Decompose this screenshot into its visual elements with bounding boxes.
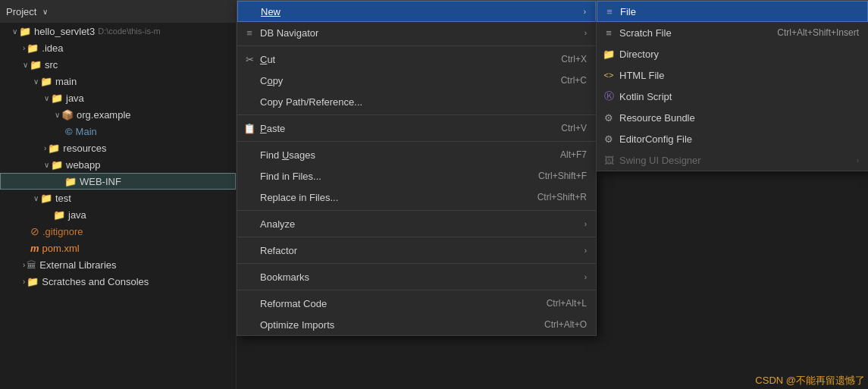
db-navigator-label: ≡ DB Navigator	[243, 27, 318, 39]
menu-item-replace-in-files[interactable]: Replace in Files... Ctrl+Shift+R	[237, 187, 596, 208]
db-arrow-icon: ›	[584, 29, 587, 37]
analyze-label-text: Analyze	[260, 218, 295, 230]
menu-item-analyze[interactable]: Analyze ›	[237, 213, 596, 234]
tree-item-external-libraries[interactable]: › 🏛 External Libraries	[0, 256, 236, 273]
db-label-text: DB Navigator	[260, 27, 318, 39]
menu-item-reformat-code[interactable]: Reformat Code Ctrl+Alt+L	[237, 293, 596, 314]
tree-item-webapp[interactable]: ∨ 📁 webapp	[0, 156, 236, 173]
folder-icon: 📁	[19, 26, 31, 37]
watermark: CSDN @不能再留遗憾了	[755, 374, 865, 387]
tree-label: Main	[76, 126, 97, 137]
editorconfig-label: ⚙ EditorConfig File	[603, 133, 692, 145]
xml-icon: m	[30, 243, 39, 254]
kotlin-icon: Ⓚ	[603, 89, 615, 103]
secondary-context-menu: ≡ File ≡ Scratch File Ctrl+Alt+Shift+Ins…	[596, 0, 868, 171]
tree-item-pomxml[interactable]: m pom.xml	[0, 240, 236, 256]
editorconfig-icon: ⚙	[603, 133, 615, 145]
menu-item-copy-path[interactable]: Copy Path/Reference...	[237, 91, 596, 112]
menu-item-bookmarks[interactable]: Bookmarks ›	[237, 266, 596, 287]
menu-item-refactor[interactable]: Refactor ›	[237, 240, 596, 261]
folder-icon: 📁	[48, 143, 60, 154]
path-label: D:\code\this-is-m	[98, 27, 161, 36]
menu-item-optimize-imports[interactable]: Optimize Imports Ctrl+Alt+O	[237, 314, 596, 335]
bookmarks-label-text: Bookmarks	[260, 271, 309, 283]
directory-label-text: Directory	[619, 49, 659, 60]
chevron-icon: ›	[23, 261, 25, 269]
swing-ui-label-text: Swing UI Designer	[619, 155, 701, 166]
panel-title: Project	[6, 6, 36, 17]
swing-icon: 🖼	[603, 155, 615, 166]
sub-menu-item-resource-bundle[interactable]: ⚙ Resource Bundle	[597, 107, 868, 128]
copy-label-text: Copy	[260, 75, 283, 86]
menu-item-find-usages[interactable]: Find Usages Alt+F7	[237, 144, 596, 165]
project-panel: Project ∨ ∨ 📁 hello_servlet3 D:\code\thi…	[0, 0, 237, 389]
tree-item-test[interactable]: ∨ 📁 test	[0, 190, 236, 206]
cut-shortcut: Ctrl+X	[561, 54, 587, 64]
replace-in-files-label: Replace in Files...	[243, 192, 338, 203]
file-icon: ≡	[603, 6, 616, 17]
folder-open-icon: 📁	[51, 93, 63, 104]
paste-shortcut: Ctrl+V	[561, 123, 587, 133]
cut-label-text: Cut	[260, 54, 275, 65]
sub-menu-item-scratch-file[interactable]: ≡ Scratch File Ctrl+Alt+Shift+Insert	[597, 22, 868, 43]
tree-item-resources[interactable]: › 📁 resources	[0, 140, 236, 156]
tree-label: WEB-INF	[80, 176, 121, 187]
menu-item-paste[interactable]: 📋 Paste Ctrl+V	[237, 118, 596, 139]
scratch-icon: ≡	[603, 27, 615, 39]
chevron-icon: ›	[23, 278, 25, 286]
tree-item-gitignore[interactable]: ⊘ .gitignore	[0, 223, 236, 240]
directory-label: 📁 Directory	[603, 49, 659, 60]
tree-item-java2[interactable]: 📁 java	[0, 206, 236, 223]
reformat-code-label: Reformat Code	[243, 298, 327, 309]
sub-menu-item-kotlin-script[interactable]: Ⓚ Kotlin Script	[597, 86, 868, 107]
sub-menu-item-html-file[interactable]: <> HTML File	[597, 64, 868, 86]
replace-in-files-label-text: Replace in Files...	[260, 192, 338, 203]
chevron-icon: ∨	[33, 194, 39, 202]
html-file-label-text: HTML File	[619, 70, 664, 81]
separator-1	[237, 45, 596, 46]
tree-item-org-example[interactable]: ∨ 📦 org.example	[0, 106, 236, 123]
tree-label: test	[55, 193, 71, 204]
class-icon: ©	[65, 126, 73, 137]
tree-item-idea[interactable]: › 📁 .idea	[0, 39, 236, 56]
paste-label-text: Paste	[260, 123, 285, 134]
tree-item-java[interactable]: ∨ 📁 java	[0, 89, 236, 106]
sub-menu-item-editorconfig[interactable]: ⚙ EditorConfig File	[597, 128, 868, 149]
analyze-arrow-icon: ›	[584, 220, 587, 228]
copy-path-label-text: Copy Path/Reference...	[260, 96, 362, 108]
tree-label: .idea	[42, 42, 63, 54]
file-label-text: File	[620, 6, 636, 17]
chevron-icon: ∨	[23, 61, 28, 69]
refactor-label: Refactor	[243, 245, 297, 256]
db-icon: ≡	[243, 27, 255, 39]
chevron-icon: ›	[44, 144, 46, 152]
tree-item-main-class[interactable]: © Main	[0, 123, 236, 140]
tree-item-src[interactable]: ∨ 📁 src	[0, 56, 236, 73]
sub-menu-item-file[interactable]: ≡ File	[597, 1, 868, 22]
tree-item-main[interactable]: ∨ 📁 main	[0, 73, 236, 89]
tree-label: java	[68, 209, 86, 221]
menu-item-db-navigator[interactable]: ≡ DB Navigator ›	[237, 22, 596, 43]
tree-label: main	[55, 76, 77, 87]
reformat-code-shortcut: Ctrl+Alt+L	[547, 298, 587, 309]
tree-item-scratches[interactable]: › 📁 Scratches and Consoles	[0, 273, 236, 290]
tree-item-hello-servlet3[interactable]: ∨ 📁 hello_servlet3 D:\code\this-is-m	[0, 23, 236, 39]
library-icon: 🏛	[27, 259, 36, 271]
menu-item-copy[interactable]: Copy Ctrl+C	[237, 70, 596, 91]
new-label-text: New	[261, 6, 280, 17]
chevron-icon: ∨	[44, 94, 49, 102]
sub-menu-item-directory[interactable]: 📁 Directory	[597, 43, 868, 64]
folder-icon: 📁	[64, 176, 77, 187]
replace-in-files-shortcut: Ctrl+Shift+R	[537, 192, 587, 202]
bookmarks-arrow-icon: ›	[584, 273, 587, 281]
menu-item-cut[interactable]: ✂ Cut Ctrl+X	[237, 49, 596, 70]
separator-4	[237, 210, 596, 211]
chevron-icon: ∨	[12, 27, 17, 36]
swing-arrow-icon: ›	[857, 156, 859, 165]
panel-header[interactable]: Project ∨	[0, 0, 236, 23]
tree-item-webinf[interactable]: 📁 WEB-INF	[0, 173, 236, 190]
menu-item-new[interactable]: New ›	[237, 1, 596, 22]
find-in-files-shortcut: Ctrl+Shift+F	[538, 171, 587, 181]
bookmarks-label: Bookmarks	[243, 271, 309, 283]
menu-item-find-in-files[interactable]: Find in Files... Ctrl+Shift+F	[237, 165, 596, 187]
